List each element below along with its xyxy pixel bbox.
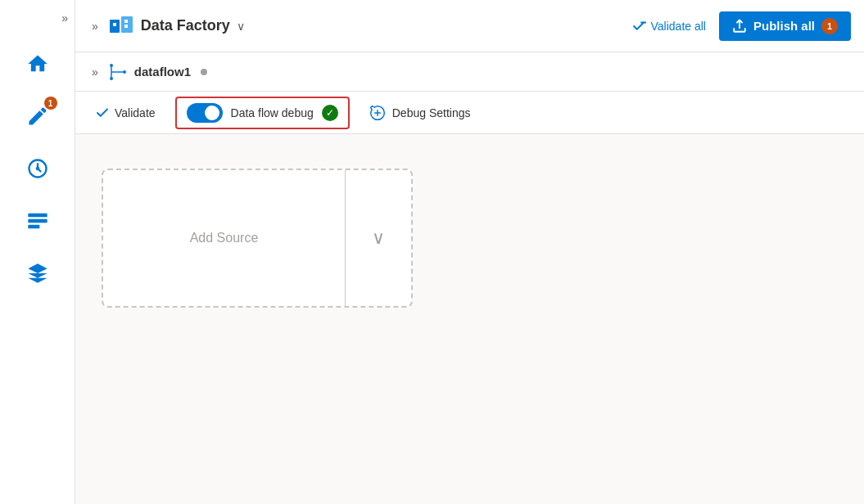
manage-icon bbox=[26, 209, 49, 232]
topbar: » Data Factory ∨ Validate all bbox=[75, 0, 864, 52]
pencil-icon bbox=[26, 105, 49, 128]
sidebar-item-author[interactable]: 1 bbox=[13, 92, 62, 141]
sidebar: » 1 bbox=[0, 0, 75, 504]
topbar-factory-name: Data Factory bbox=[141, 17, 230, 34]
add-source-box[interactable]: Add Source ∨ bbox=[102, 169, 413, 308]
sidebar-item-learn[interactable] bbox=[13, 249, 62, 298]
topbar-expand-btn[interactable]: » bbox=[88, 16, 102, 36]
add-source-label: Add Source bbox=[190, 231, 259, 245]
debug-label: Data flow debug bbox=[231, 106, 314, 119]
add-source-text-area: Add Source bbox=[103, 231, 345, 245]
validate-label: Validate bbox=[115, 106, 156, 119]
debug-settings-icon bbox=[369, 105, 386, 121]
topbar-left: » Data Factory ∨ bbox=[88, 13, 618, 39]
data-factory-icon bbox=[108, 13, 134, 39]
svg-rect-9 bbox=[124, 25, 128, 28]
debug-active-icon: ✓ bbox=[322, 105, 338, 121]
tabbar: » dataflow1 bbox=[75, 52, 864, 92]
svg-rect-7 bbox=[113, 23, 116, 26]
tab-unsaved-indicator bbox=[201, 69, 207, 75]
toolbar: Validate Data flow debug ✓ Debug Setting… bbox=[75, 92, 864, 134]
sidebar-item-monitor[interactable] bbox=[13, 144, 62, 193]
sidebar-item-home[interactable] bbox=[13, 39, 62, 88]
topbar-actions: Validate all Publish all 1 bbox=[631, 11, 851, 41]
main-content: » Data Factory ∨ Validate all bbox=[75, 0, 864, 504]
svg-rect-2 bbox=[28, 214, 47, 218]
validate-button[interactable]: Validate bbox=[95, 106, 156, 120]
add-source-chevron-icon: ∨ bbox=[372, 227, 385, 249]
validate-all-button[interactable]: Validate all bbox=[631, 19, 706, 34]
svg-point-1 bbox=[35, 167, 39, 171]
svg-rect-3 bbox=[28, 219, 47, 223]
svg-rect-8 bbox=[124, 20, 128, 23]
tab-expand-btn[interactable]: » bbox=[88, 62, 102, 82]
debug-settings-button[interactable]: Debug Settings bbox=[369, 105, 471, 121]
validate-all-label: Validate all bbox=[651, 20, 706, 33]
validate-icon bbox=[95, 106, 110, 120]
publish-all-button[interactable]: Publish all 1 bbox=[719, 11, 851, 41]
publish-badge: 1 bbox=[821, 18, 838, 34]
validate-all-icon bbox=[631, 19, 646, 34]
author-badge: 1 bbox=[44, 97, 57, 110]
add-source-chevron-area[interactable]: ∨ bbox=[346, 227, 411, 249]
sidebar-collapse-btn[interactable]: » bbox=[61, 11, 68, 25]
tab-title[interactable]: dataflow1 bbox=[134, 65, 191, 79]
learn-icon bbox=[26, 262, 49, 285]
svg-rect-4 bbox=[28, 225, 39, 229]
publish-icon bbox=[732, 19, 747, 34]
home-icon bbox=[26, 52, 49, 75]
monitor-icon bbox=[26, 157, 49, 180]
sidebar-item-manage[interactable] bbox=[13, 196, 62, 245]
debug-settings-label: Debug Settings bbox=[392, 106, 471, 119]
toggle-knob bbox=[205, 106, 219, 120]
debug-toggle[interactable] bbox=[187, 103, 223, 123]
dataflow-icon bbox=[108, 62, 128, 82]
add-source-inner: Add Source ∨ bbox=[103, 170, 411, 306]
debug-toggle-area: Data flow debug ✓ bbox=[175, 97, 350, 129]
canvas: Add Source ∨ bbox=[75, 134, 864, 504]
topbar-chevron-icon[interactable]: ∨ bbox=[237, 20, 245, 33]
publish-all-label: Publish all bbox=[753, 19, 815, 33]
